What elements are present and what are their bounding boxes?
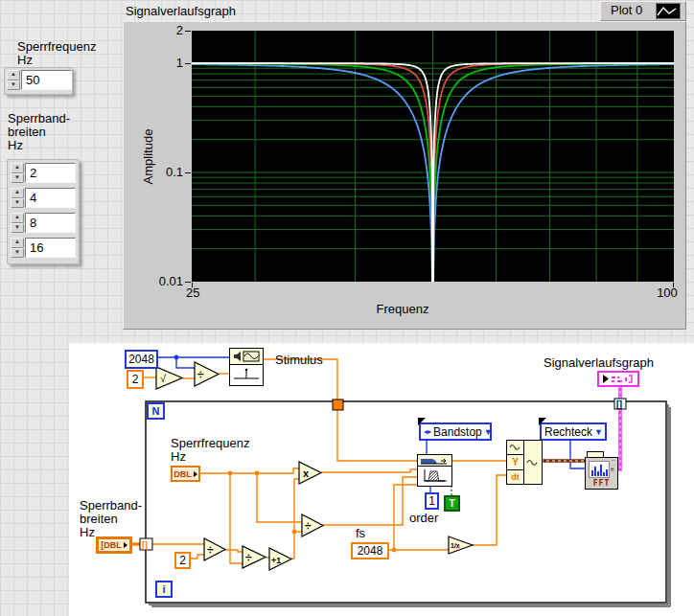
loop-iteration-terminal[interactable]: i	[155, 581, 173, 598]
divide-icon: ÷	[245, 551, 252, 564]
spin-up-icon[interactable]: ▲	[11, 188, 24, 198]
sine-icon	[509, 444, 521, 451]
two-constant-bottom[interactable]: 2	[174, 552, 191, 569]
xtick-100: 100	[656, 286, 679, 299]
bw-value-3[interactable]: 16	[25, 238, 76, 258]
spin-down-icon[interactable]: ▼	[11, 173, 24, 184]
two-constant-top[interactable]: 2	[127, 370, 144, 389]
plot-legend-label[interactable]: Plot 0	[611, 4, 642, 16]
multiply-icon: x	[303, 468, 310, 479]
waveform-graph-icon	[601, 374, 636, 384]
plot-line-icon	[657, 5, 678, 17]
filter-type-dropdown[interactable]: ◂▸ Bandstop ▼	[419, 422, 492, 441]
stimulus-tunnel[interactable]	[333, 399, 343, 410]
freq-control-label: Sperrfrequenz	[17, 40, 96, 53]
order-label: order	[409, 512, 438, 524]
sqrt-icon: √	[160, 373, 167, 384]
labview-window: { "front_panel": { "graph": { "title": "…	[0, 0, 694, 616]
divide-icon: ÷	[207, 543, 214, 557]
speaker-sine-icon	[232, 351, 261, 363]
loop-count-terminal[interactable]: N	[147, 402, 165, 420]
freq-spinner[interactable]: ▲ ▼	[7, 70, 20, 90]
waveform-input-column: Y dt	[507, 441, 524, 484]
freq-value-field[interactable]: 50	[21, 70, 72, 90]
window-type-dropdown[interactable]: Rechteck ▼	[540, 422, 607, 441]
ytick-mark	[185, 172, 191, 173]
ytick-0-01: 0.01	[152, 275, 183, 287]
bw-spinner-2[interactable]: ▲▼	[11, 213, 24, 233]
build-waveform-node[interactable]: Y dt	[506, 440, 543, 485]
xtick-25: 25	[186, 286, 199, 299]
fft-node[interactable]: ⌒θ FFT	[585, 457, 618, 490]
spin-up-icon[interactable]: ▲	[11, 238, 24, 248]
bw-spinner-3[interactable]: ▲▼	[11, 238, 24, 258]
fft-label: FFT	[586, 479, 617, 488]
true-constant[interactable]: T	[444, 495, 460, 512]
spin-down-icon[interactable]: ▼	[11, 248, 24, 259]
fs-constant[interactable]: 2048	[351, 542, 389, 559]
spin-up-icon[interactable]: ▲	[11, 213, 24, 223]
tunnel-glyph: []	[616, 399, 622, 409]
spin-up-icon[interactable]: ▲	[7, 70, 20, 80]
bw-control-label2: breiten	[8, 125, 46, 138]
increment-icon: +1	[271, 556, 281, 565]
filter-type-value: Bandstop	[433, 425, 482, 439]
bw-control-label1: Sperrband-	[8, 112, 70, 125]
divide-icon: ÷	[197, 368, 204, 381]
filter-bottom-cell	[418, 467, 451, 485]
spin-down-icon[interactable]: ▼	[7, 80, 20, 91]
bw-array-terminal[interactable]: [DBL	[96, 536, 132, 554]
ytick-mark	[185, 31, 191, 32]
array-dbl-label: [DBL	[101, 540, 122, 550]
ytick-0-1: 0.1	[152, 166, 183, 178]
graph-title: Signalverlaufsgraph	[126, 5, 236, 17]
ytick-1: 1	[152, 57, 183, 69]
fft-mode-glyphs: ⌒θ	[611, 460, 616, 473]
ytick-2: 2	[152, 24, 183, 36]
spin-down-icon[interactable]: ▼	[11, 198, 24, 209]
graph-indicator-terminal[interactable]	[597, 371, 639, 387]
freq-terminal[interactable]: DBL	[171, 466, 200, 482]
ytick-mark	[185, 282, 191, 283]
plot-area	[192, 31, 674, 282]
bd-bw-label1: Sperrband-	[80, 499, 142, 512]
bw-value-1[interactable]: 4	[25, 188, 76, 208]
bw-spinner-0[interactable]: ▲▼	[11, 163, 24, 183]
ytick-mark	[185, 63, 191, 64]
lowpass-response-icon	[420, 456, 450, 466]
spectrum-icon	[589, 461, 610, 478]
sine-icon	[526, 459, 541, 467]
dbl-label: DBL	[174, 469, 192, 479]
wire-junction	[255, 471, 260, 476]
waveform-cell	[507, 441, 523, 455]
window-type-value: Rechteck	[544, 425, 592, 439]
x-axis-label: Frequenz	[355, 303, 451, 315]
order-constant[interactable]: 1	[425, 492, 439, 510]
dt-input-cell: dt	[507, 470, 523, 484]
tunnel-glyph: []	[142, 540, 148, 550]
wire-junction	[228, 471, 233, 476]
wire-junction	[392, 548, 397, 553]
stimulus-generator-node[interactable]	[229, 348, 264, 386]
bd-bw-label3: Hz	[80, 526, 95, 538]
bw-spinner-1[interactable]: ▲▼	[11, 188, 24, 208]
waveform-output-cell	[524, 441, 542, 484]
reciprocal-icon: 1/x	[451, 542, 460, 549]
wire-junction	[174, 355, 179, 360]
bandstop-filter-node[interactable]	[417, 454, 452, 487]
y-axis-label: Amplitude	[142, 109, 154, 205]
bd-freq-label2: Hz	[171, 450, 186, 463]
spin-up-icon[interactable]: ▲	[11, 163, 24, 173]
bd-bw-label2: breiten	[80, 513, 118, 525]
chevron-down-icon: ▼	[594, 427, 603, 437]
samples-constant[interactable]: 2048	[125, 350, 158, 369]
chevron-down-icon: ▼	[484, 427, 493, 437]
plot-legend-sample[interactable]	[656, 3, 681, 19]
graph-terminal-label: Signalverlaufsgraph	[544, 356, 654, 369]
bw-value-0[interactable]: 2	[25, 163, 76, 183]
spin-down-icon[interactable]: ▼	[11, 223, 24, 234]
filter-shape-icon	[420, 468, 450, 484]
bw-value-2[interactable]: 8	[25, 213, 76, 233]
wire-junction	[292, 530, 297, 535]
impulse-icon	[232, 367, 261, 381]
